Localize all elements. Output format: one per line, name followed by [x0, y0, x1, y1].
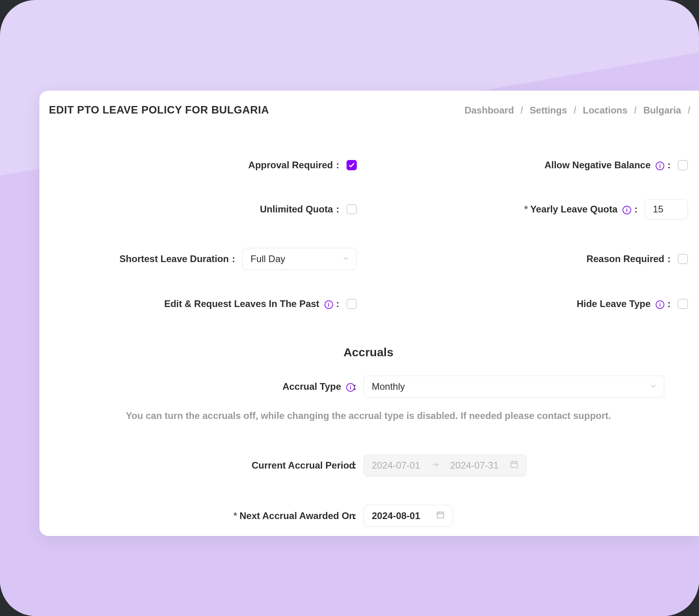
breadcrumb-separator: /: [634, 105, 637, 115]
edit-request-past-label: Edit & Request Leaves In The Past i: [164, 298, 333, 309]
unlimited-quota-checkbox[interactable]: [347, 204, 357, 214]
info-icon[interactable]: i: [623, 206, 631, 214]
breadcrumb-separator: /: [520, 105, 523, 115]
chevron-down-icon: [650, 381, 657, 392]
next-accrual-awarded-label: *Next Accrual Awarded On: [233, 510, 355, 521]
svg-rect-5: [437, 512, 444, 518]
accrual-type-label: Accrual Type i: [282, 381, 355, 392]
approval-required-label: Approval Required: [248, 160, 333, 171]
breadcrumb-item[interactable]: Settings: [530, 105, 567, 115]
accrual-helper-text: You can turn the accruals off, while cha…: [49, 410, 688, 426]
calendar-icon: [510, 460, 518, 471]
current-accrual-period-range: 2024-07-01 2024-07-31: [363, 454, 527, 476]
accruals-section-title: Accruals: [49, 346, 688, 359]
yearly-leave-quota-input[interactable]: 15: [645, 199, 688, 220]
shortest-leave-duration-label: Shortest Leave Duration: [119, 253, 229, 264]
reason-required-checkbox[interactable]: [678, 254, 688, 264]
current-accrual-period-label: Current Accrual Period: [252, 460, 355, 471]
arrow-right-icon: [431, 460, 439, 471]
chevron-down-icon: [342, 253, 349, 264]
calendar-icon: [436, 510, 445, 521]
accrual-type-select[interactable]: Monthly: [363, 376, 664, 398]
breadcrumb-separator: /: [688, 105, 690, 115]
shortest-leave-duration-select[interactable]: Full Day: [242, 248, 357, 270]
approval-required-checkbox[interactable]: [347, 160, 357, 170]
allow-negative-balance-label: Allow Negative Balance i: [544, 160, 664, 171]
accrual-period-end: 2024-07-31: [450, 460, 499, 471]
background-panel: EDIT PTO LEAVE POLICY FOR BULGARIA Dashb…: [0, 0, 699, 616]
info-icon[interactable]: i: [324, 300, 333, 309]
accrual-period-start: 2024-07-01: [372, 460, 420, 471]
breadcrumb-item[interactable]: Locations: [583, 105, 627, 115]
breadcrumb-item[interactable]: Dashboard: [464, 105, 514, 115]
policy-card: EDIT PTO LEAVE POLICY FOR BULGARIA Dashb…: [39, 91, 699, 536]
page-title: EDIT PTO LEAVE POLICY FOR BULGARIA: [49, 104, 269, 116]
breadcrumb: Dashboard / Settings / Locations / Bulga…: [464, 105, 699, 116]
next-accrual-awarded-input[interactable]: 2024-08-01: [363, 505, 453, 527]
yearly-leave-quota-label: *Yearly Leave Quota i: [524, 204, 631, 215]
hide-leave-type-checkbox[interactable]: [678, 299, 688, 309]
hide-leave-type-label: Hide Leave Type i: [577, 298, 664, 309]
svg-rect-1: [511, 462, 517, 468]
info-icon[interactable]: i: [656, 300, 664, 309]
info-icon[interactable]: i: [656, 162, 664, 170]
allow-negative-balance-checkbox[interactable]: [678, 160, 688, 170]
reason-required-label: Reason Required: [587, 253, 664, 264]
unlimited-quota-label: Unlimited Quota: [260, 204, 333, 215]
breadcrumb-item[interactable]: Bulgaria: [643, 105, 681, 115]
breadcrumb-separator: /: [574, 105, 576, 115]
edit-request-past-checkbox[interactable]: [347, 299, 357, 309]
